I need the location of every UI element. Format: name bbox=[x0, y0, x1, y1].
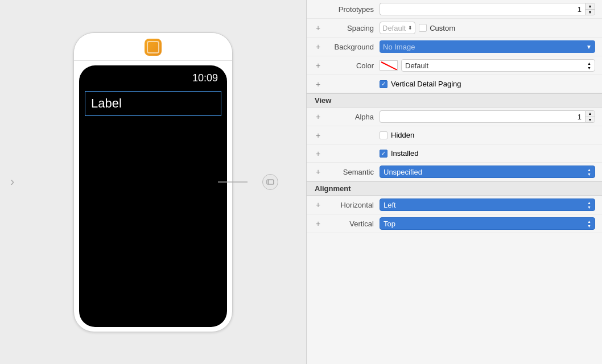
horizontal-value: Left bbox=[384, 201, 396, 209]
background-plus[interactable]: + bbox=[314, 43, 323, 51]
vertical-label: Vertical bbox=[323, 220, 374, 228]
color-value: Default bbox=[405, 61, 428, 70]
prototypes-decrement[interactable]: ▼ bbox=[585, 9, 595, 15]
semantic-row: + Semantic Unspecified ▲ ▼ bbox=[307, 163, 602, 181]
color-content: Default ▲ ▼ bbox=[380, 59, 595, 72]
watch-time: 10:09 bbox=[79, 65, 227, 89]
spacing-content: Default ⬍ Custom bbox=[380, 22, 595, 34]
background-content: No Image ▼ bbox=[380, 40, 595, 53]
alpha-label: Alpha bbox=[323, 113, 374, 121]
prototypes-row: Prototypes ▲ ▼ bbox=[307, 0, 602, 19]
view-section-header: View bbox=[307, 93, 602, 107]
spacing-default-select[interactable]: Default ⬍ bbox=[380, 22, 415, 34]
watch-label-box[interactable]: Label bbox=[85, 91, 221, 116]
prototypes-stepper: ▲ ▼ bbox=[585, 3, 595, 15]
hidden-row: + Hidden bbox=[307, 126, 602, 144]
vertical-detail-paging-content: Vertical Detail Paging bbox=[380, 80, 595, 88]
arrow-left-icon: › bbox=[10, 175, 14, 189]
color-swatch-svg bbox=[380, 61, 398, 71]
spacing-row: + Spacing Default ⬍ Custom bbox=[307, 19, 602, 38]
color-swatch[interactable] bbox=[380, 60, 398, 71]
prototypes-increment[interactable]: ▲ bbox=[585, 3, 595, 9]
watch-label-text: Label bbox=[91, 96, 122, 110]
alpha-plus[interactable]: + bbox=[314, 113, 323, 121]
color-row: + Color Default ▲ ▼ bbox=[307, 56, 602, 75]
vertical-content: Top ▲ ▼ bbox=[380, 217, 595, 230]
hidden-label: Hidden bbox=[391, 131, 414, 139]
background-dropdown[interactable]: No Image ▼ bbox=[380, 40, 595, 53]
installed-label: Installed bbox=[391, 149, 418, 158]
installed-checkbox[interactable] bbox=[380, 150, 387, 158]
installed-content: Installed bbox=[380, 149, 595, 158]
connector-icon bbox=[266, 178, 274, 186]
color-dropdown[interactable]: Default ▲ ▼ bbox=[401, 59, 595, 72]
horizontal-row: + Horizontal Left ▲ ▼ bbox=[307, 196, 602, 214]
watch-screen-wrapper: 10:09 Label bbox=[79, 65, 227, 327]
alpha-content: ▲ ▼ bbox=[380, 110, 595, 123]
alignment-section-header: Alignment bbox=[307, 181, 602, 196]
prototypes-content: ▲ ▼ bbox=[380, 3, 595, 15]
alpha-input[interactable] bbox=[380, 110, 585, 123]
spacing-label: Spacing bbox=[323, 24, 374, 32]
horizontal-plus[interactable]: + bbox=[314, 201, 323, 209]
connector-line-svg bbox=[218, 181, 263, 183]
watch-screen: 10:09 Label bbox=[79, 65, 227, 327]
horizontal-content: Left ▲ ▼ bbox=[380, 198, 595, 211]
alpha-row: + Alpha ▲ ▼ bbox=[307, 107, 602, 126]
connector bbox=[218, 174, 278, 190]
watch-outer-frame: 10:09 Label bbox=[73, 32, 233, 332]
vertical-detail-paging-label: Vertical Detail Paging bbox=[391, 80, 461, 88]
watch-top-bar bbox=[74, 33, 232, 61]
background-chevron-icon: ▼ bbox=[586, 44, 592, 50]
hidden-plus[interactable]: + bbox=[314, 131, 323, 139]
color-plus[interactable]: + bbox=[314, 61, 323, 69]
background-label: Background bbox=[323, 43, 374, 51]
prototypes-input[interactable] bbox=[380, 3, 585, 15]
prototypes-label: Prototypes bbox=[323, 5, 374, 14]
semantic-label: Semantic bbox=[323, 168, 374, 176]
canvas-area: › 10:09 Label bbox=[0, 0, 306, 364]
alignment-section-title: Alignment bbox=[315, 184, 351, 193]
spacing-stepper-icons: ⬍ bbox=[408, 25, 413, 31]
spacing-plus[interactable]: + bbox=[314, 24, 323, 32]
alpha-increment[interactable]: ▲ bbox=[585, 111, 595, 117]
hidden-content: Hidden bbox=[380, 131, 595, 139]
installed-row: + Installed bbox=[307, 144, 602, 163]
alpha-input-group: ▲ ▼ bbox=[380, 110, 595, 123]
background-placeholder: No Image bbox=[383, 43, 415, 51]
vertical-dropdown[interactable]: Top ▲ ▼ bbox=[380, 217, 595, 230]
vertical-detail-paging-row: + Vertical Detail Paging bbox=[307, 75, 602, 93]
vertical-detail-paging-checkbox[interactable] bbox=[380, 80, 387, 88]
alpha-stepper: ▲ ▼ bbox=[585, 110, 595, 123]
watch-device-container: 10:09 Label bbox=[73, 32, 233, 332]
installed-plus[interactable]: + bbox=[314, 150, 323, 158]
svg-rect-1 bbox=[267, 180, 274, 184]
color-stepper-icon: ▲ ▼ bbox=[587, 61, 591, 70]
color-label: Color bbox=[323, 61, 374, 70]
view-section-title: View bbox=[315, 96, 331, 105]
semantic-value: Unspecified bbox=[384, 168, 422, 176]
vertical-row: + Vertical Top ▲ ▼ bbox=[307, 214, 602, 233]
spacing-custom-label: Custom bbox=[430, 24, 455, 32]
spacing-custom-wrapper: Custom bbox=[419, 24, 455, 32]
spacing-default-text: Default bbox=[382, 24, 406, 32]
horizontal-stepper-icon: ▲ ▼ bbox=[587, 201, 591, 209]
horizontal-dropdown[interactable]: Left ▲ ▼ bbox=[380, 198, 595, 211]
semantic-dropdown[interactable]: Unspecified ▲ ▼ bbox=[380, 166, 595, 178]
semantic-stepper-icon: ▲ ▼ bbox=[587, 168, 591, 176]
semantic-content: Unspecified ▲ ▼ bbox=[380, 166, 595, 178]
alpha-decrement[interactable]: ▼ bbox=[585, 117, 595, 122]
connector-circle bbox=[262, 174, 278, 190]
vertical-stepper-icon: ▲ ▼ bbox=[587, 220, 591, 228]
inspector-panel: Prototypes ▲ ▼ + Spacing Default ⬍ Custo… bbox=[306, 0, 602, 364]
vertical-detail-paging-plus[interactable]: + bbox=[314, 80, 323, 88]
background-row: + Background No Image ▼ bbox=[307, 38, 602, 56]
hidden-checkbox[interactable] bbox=[380, 131, 387, 139]
chip-icon bbox=[145, 39, 162, 56]
spacing-checkbox[interactable] bbox=[419, 24, 427, 32]
semantic-plus[interactable]: + bbox=[314, 168, 323, 176]
vertical-plus[interactable]: + bbox=[314, 220, 323, 228]
vertical-value: Top bbox=[384, 220, 395, 228]
prototypes-input-group: ▲ ▼ bbox=[380, 3, 595, 15]
horizontal-label: Horizontal bbox=[323, 201, 374, 209]
